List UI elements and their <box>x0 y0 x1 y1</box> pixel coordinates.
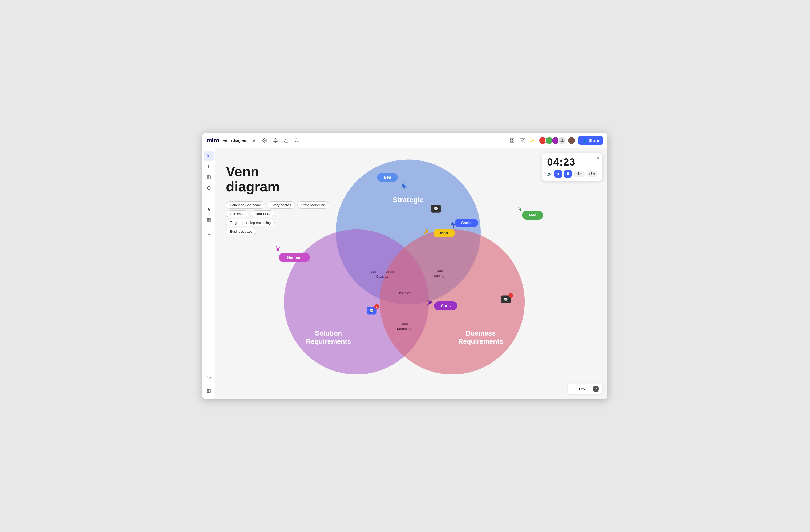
label-solution-1: Solution <box>315 329 342 337</box>
timer-add1m-button[interactable]: +1m <box>574 171 584 177</box>
filter-icon[interactable] <box>519 137 526 144</box>
diagram-title: Venn diagram <box>226 164 330 194</box>
timer-close-button[interactable]: ✕ <box>596 156 600 160</box>
logo: miro <box>207 137 220 144</box>
zoom-controls: − 100% + ? <box>568 384 602 394</box>
bell-icon[interactable] <box>272 137 279 144</box>
label-datamod-2: Modeling <box>397 327 412 331</box>
tag-state-modelling[interactable]: State Modelling <box>297 201 329 209</box>
search-icon[interactable] <box>293 137 301 144</box>
avatar-group: 12 <box>539 136 576 144</box>
share-label: Share <box>588 138 599 143</box>
svg-rect-4 <box>510 139 512 140</box>
tool-frame[interactable] <box>204 215 214 225</box>
svg-line-12 <box>208 197 210 200</box>
timer-stop-button[interactable]: ■ <box>554 170 562 178</box>
svg-marker-8 <box>520 139 524 142</box>
tool-select[interactable] <box>204 151 214 161</box>
chat-bubble-2-icon: 💬 <box>370 309 374 313</box>
chat-badge-3-label: 3 <box>510 294 511 297</box>
avatar-count[interactable]: 12 <box>558 136 566 144</box>
tags-panel: Venn diagram Balanced Scorecard Story bo… <box>226 164 330 236</box>
panel-toggle[interactable] <box>204 386 214 396</box>
zoom-out-button[interactable]: − <box>571 387 574 391</box>
upload-icon[interactable] <box>282 137 290 144</box>
header: miro Venn diagram ★ ✨ <box>202 133 608 148</box>
user-sadie-label: Sadie <box>461 221 472 225</box>
svg-rect-5 <box>513 139 514 140</box>
chat-badge-2-label: 3 <box>376 305 377 308</box>
timer-add5m-button[interactable]: +5m <box>587 171 597 177</box>
label-datamod-1: Data <box>401 322 408 326</box>
label-bm-1: Business Model <box>370 270 395 274</box>
star-icon[interactable]: ★ <box>250 137 258 144</box>
user-hisham-cursor <box>275 245 280 252</box>
user-mae-label: Mae <box>529 213 536 217</box>
label-bm-2: Canvas <box>376 275 388 278</box>
tool-pen[interactable] <box>204 194 214 203</box>
svg-point-0 <box>264 140 266 141</box>
canvas[interactable]: Venn diagram Balanced Scorecard Story bo… <box>215 148 608 399</box>
label-solution-2: Requirements <box>306 338 351 345</box>
timer-seconds: 23 <box>563 157 576 168</box>
main-area: T A » <box>202 148 608 399</box>
timer-pause-button[interactable]: ⏸ <box>564 170 571 178</box>
user-matt-label: Matt <box>440 231 448 235</box>
chat-bubble-1-icon: 💬 <box>434 207 438 211</box>
avatar-me <box>568 136 576 144</box>
tool-more[interactable]: » <box>204 229 214 239</box>
timer-minutes: 04 <box>547 157 559 168</box>
left-toolbar: T A » <box>202 148 215 399</box>
tool-hand[interactable]: A <box>204 205 214 214</box>
undo-button[interactable] <box>204 372 214 382</box>
tool-sticky[interactable] <box>204 173 214 182</box>
svg-rect-13 <box>207 218 210 222</box>
tag-balanced-scorecard[interactable]: Balanced Scorecard <box>226 201 265 209</box>
timer-volume-icon[interactable]: 🔊 <box>547 172 552 176</box>
tag-business-case[interactable]: Business case <box>226 228 256 235</box>
svg-rect-6 <box>510 141 512 142</box>
share-button[interactable]: 👤 Share <box>578 136 603 145</box>
label-decision: Decision <box>397 291 411 295</box>
help-button[interactable]: ? <box>593 386 599 392</box>
svg-point-2 <box>295 139 298 142</box>
magic-icon[interactable]: ✨ <box>529 137 536 144</box>
svg-rect-16 <box>207 389 210 392</box>
user-chris-label: Chris <box>441 304 451 308</box>
tag-target-operating[interactable]: Target operating modelling <box>226 219 275 226</box>
tool-text[interactable]: T <box>204 162 214 172</box>
timer-display: 04:23 <box>547 157 597 168</box>
svg-rect-9 <box>207 176 210 179</box>
user-hisham-label: Hisham <box>287 255 301 260</box>
svg-rect-7 <box>513 141 514 142</box>
tag-data-flow[interactable]: Data Flow <box>251 210 274 217</box>
tool-shapes[interactable] <box>204 183 214 193</box>
zoom-in-button[interactable]: + <box>587 387 589 391</box>
svg-point-11 <box>207 186 210 190</box>
app-window: miro Venn diagram ★ ✨ <box>202 133 608 399</box>
tags-container: Balanced Scorecard Story boards State Mo… <box>226 201 330 236</box>
user-bea-label: Bea <box>384 175 391 179</box>
header-right: ✨ 12 👤 Share <box>508 136 603 145</box>
doc-title[interactable]: Venn diagram <box>223 138 247 143</box>
timer-separator: : <box>560 157 564 168</box>
settings-icon[interactable] <box>261 137 269 144</box>
user-mae-cursor <box>517 206 521 212</box>
share-icon: 👤 <box>582 138 587 143</box>
svg-line-3 <box>298 141 299 142</box>
chat-bubble-3-icon: 💬 <box>504 297 508 302</box>
zoom-level: 100% <box>576 387 585 391</box>
timer-widget: ✕ 04:23 🔊 ■ ⏸ +1m +5m <box>542 153 602 181</box>
label-dm-1: Data <box>435 269 443 273</box>
tag-story-boards[interactable]: Story boards <box>268 201 295 209</box>
tag-use-case[interactable]: Use case <box>226 210 248 217</box>
label-business-1: Business <box>466 329 496 337</box>
label-strategic: Strategic <box>393 196 424 204</box>
label-dm-2: Mining <box>434 274 445 278</box>
label-business-2: Requirements <box>458 338 503 345</box>
timer-controls: 🔊 ■ ⏸ +1m +5m <box>547 170 597 178</box>
apps-icon[interactable] <box>508 137 516 144</box>
